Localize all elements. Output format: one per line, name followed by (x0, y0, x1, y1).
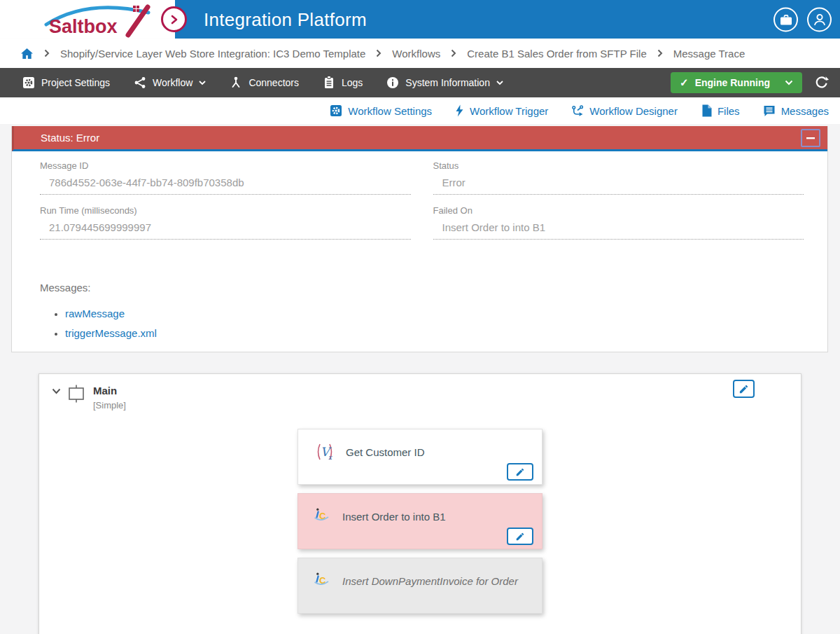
raw-message-link[interactable]: rawMessage (65, 308, 125, 319)
field-run-time: Run Time (milliseconds) 21.0794456999999… (40, 205, 411, 240)
field-label: Failed On (433, 205, 804, 216)
field-value: Error (433, 177, 804, 195)
edit-group-button[interactable] (733, 380, 755, 398)
breadcrumb-project[interactable]: Shopify/Service Layer Web Store Integrat… (60, 48, 365, 60)
breadcrumb: Shopify/Service Layer Web Store Integrat… (0, 39, 840, 68)
group-header: Main [Simple] (39, 374, 801, 411)
logs-icon (323, 76, 335, 89)
settings-icon (330, 104, 342, 117)
breadcrumb-workflows[interactable]: Workflows (392, 48, 440, 60)
svg-text:Saltbox: Saltbox (49, 16, 118, 37)
engine-status-button[interactable]: ✓ Engine Running (671, 72, 802, 93)
chevron-down-icon (496, 81, 503, 85)
list-item: rawMessage (65, 308, 804, 319)
brand-logo: Saltbox (0, 0, 175, 39)
activity-node-icon (66, 383, 86, 404)
message-file-list: rawMessage triggerMessage.xml (40, 308, 804, 339)
saltbox-logo-icon: Saltbox (43, 2, 166, 39)
step-label: Get Customer ID (346, 446, 425, 458)
toolbar-label: Workflow (153, 77, 192, 88)
message-icon (763, 105, 776, 117)
workflow-tabs: Workflow Settings Workflow Trigger Workf… (0, 97, 840, 124)
pencil-icon (515, 532, 525, 542)
tab-files[interactable]: Files (701, 104, 740, 117)
collapse-group-button[interactable] (52, 388, 61, 394)
field-value: 786d4552-063e-44f7-bb74-809fb70358db (40, 177, 411, 195)
page-title: Integration Platform (204, 8, 367, 30)
workflow-steps: V x Get Customer ID C Insert Order t (298, 429, 542, 614)
field-value: 21.079445699999997 (40, 221, 411, 240)
step-insert-order[interactable]: C Insert Order to into B1 (298, 493, 542, 549)
chevron-down-icon (199, 81, 206, 85)
trigger-message-link[interactable]: triggerMessage.xml (65, 327, 157, 339)
toolbar-item-logs[interactable]: Logs (323, 76, 363, 89)
refresh-button[interactable] (813, 76, 830, 90)
chevron-down-icon (52, 388, 61, 394)
breadcrumb-message-trace[interactable]: Message Trace (673, 48, 746, 60)
lightning-icon (455, 104, 464, 117)
edit-step-button[interactable] (507, 528, 533, 545)
toolbar-item-connectors[interactable]: Connectors (230, 76, 299, 89)
toolbar-label: Connectors (248, 77, 299, 88)
info-icon (386, 76, 399, 89)
user-icon (813, 13, 827, 26)
toolbar-item-workflow[interactable]: Workflow (134, 76, 206, 89)
status-body: Message ID 786d4552-063e-44f7-bb74-809fb… (12, 151, 827, 339)
tab-label: Workflow Settings (348, 105, 432, 117)
field-label: Status (433, 160, 804, 171)
briefcase-icon (780, 13, 792, 25)
account-button[interactable] (807, 7, 832, 32)
toolbar-items: Project Settings Workflow Connectors (22, 76, 503, 89)
tab-label: Workflow Trigger (470, 105, 548, 117)
share-icon (134, 76, 146, 89)
collapse-panel-button[interactable] (801, 129, 820, 147)
header-actions (774, 7, 832, 32)
messages-heading: Messages: (40, 282, 804, 294)
projects-button[interactable] (774, 7, 798, 32)
group-text: Main [Simple] (93, 383, 126, 411)
refresh-icon (814, 76, 829, 90)
branch-icon (571, 105, 584, 117)
toolbar-right: ✓ Engine Running (671, 72, 830, 93)
message-trace-panel: Status: Error Message ID 786d4552-063e-4… (11, 126, 828, 352)
field-message-id: Message ID 786d4552-063e-44f7-bb74-809fb… (40, 160, 411, 195)
pencil-icon (738, 384, 749, 394)
breadcrumb-workflow-name[interactable]: Create B1 Sales Order from SFTP File (467, 48, 646, 60)
check-icon: ✓ (680, 76, 689, 89)
status-banner: Status: Error (12, 126, 827, 151)
tab-label: Files (718, 105, 740, 117)
engine-status-label: Engine Running (695, 77, 770, 88)
chevron-down-icon (785, 80, 793, 85)
main-toolbar: Project Settings Workflow Connectors (0, 68, 840, 97)
toolbar-label: Logs (342, 77, 363, 88)
toolbar-label: System Information (405, 77, 490, 88)
step-insert-downpaymentinvoice[interactable]: C Insert DownPaymentInvoice for Order (298, 558, 542, 614)
field-label: Message ID (40, 160, 411, 171)
home-icon[interactable] (20, 48, 34, 60)
tab-workflow-settings[interactable]: Workflow Settings (330, 104, 432, 117)
edit-step-button[interactable] (507, 463, 533, 481)
sidebar-toggle-button[interactable] (161, 6, 187, 32)
workflow-designer-panel: Main [Simple] V x Get Customer ID (38, 373, 802, 634)
file-icon (701, 104, 712, 117)
minus-icon (806, 137, 815, 139)
connector-logo-icon: C (314, 572, 332, 589)
list-item: triggerMessage.xml (65, 327, 804, 339)
toolbar-label: Project Settings (41, 77, 110, 88)
tab-label: Workflow Designer (589, 105, 678, 117)
tab-workflow-designer[interactable]: Workflow Designer (571, 105, 678, 117)
breadcrumb-separator-icon (376, 49, 382, 57)
tab-messages[interactable]: Messages (763, 105, 829, 117)
app-header: Saltbox Integration Platform (0, 0, 840, 39)
group-type: [Simple] (93, 400, 126, 411)
toolbar-item-project-settings[interactable]: Project Settings (22, 76, 110, 89)
step-label: Insert Order to into B1 (342, 511, 446, 523)
step-get-customer-id[interactable]: V x Get Customer ID (298, 429, 542, 485)
step-label: Insert DownPaymentInvoice for Order (342, 575, 518, 587)
variable-icon: V x (314, 442, 335, 462)
group-name: Main (93, 385, 126, 397)
tab-label: Messages (781, 105, 829, 117)
toolbar-item-system-information[interactable]: System Information (386, 76, 503, 89)
tab-workflow-trigger[interactable]: Workflow Trigger (455, 104, 548, 117)
field-value: Insert Order to into B1 (433, 221, 804, 240)
